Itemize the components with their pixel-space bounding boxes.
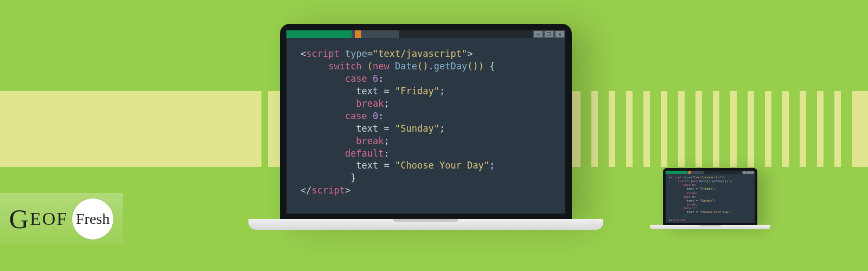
code-token: text <box>356 86 378 96</box>
code-token: case <box>345 73 367 84</box>
maximize-button[interactable]: ❐ <box>545 31 553 37</box>
maximize-button[interactable] <box>746 171 750 174</box>
code-token: > <box>467 48 473 59</box>
editor-small-screen: <script type="text/javascript"> switch (… <box>666 171 755 223</box>
laptop-small-base <box>650 225 770 229</box>
code-token: = <box>378 86 395 96</box>
code-indent <box>301 123 356 134</box>
code-indent <box>301 86 356 96</box>
code-token: = <box>378 123 395 134</box>
code-token: break <box>356 136 384 146</box>
code-token: </ <box>301 185 311 196</box>
code-token: switch <box>328 61 361 72</box>
close-button[interactable] <box>750 171 754 174</box>
code-token: ( <box>367 61 373 72</box>
code-indent <box>301 172 350 183</box>
status-segment-green <box>286 30 352 38</box>
code-token: break <box>356 98 384 109</box>
code-indent <box>301 73 345 84</box>
code-token: case <box>345 111 367 121</box>
code-token: default <box>345 148 384 159</box>
code-token: } <box>350 172 356 183</box>
minimize-button[interactable] <box>743 171 746 174</box>
code-token: ; <box>384 98 390 109</box>
code-token: : <box>378 111 384 121</box>
code-token: = <box>378 160 395 171</box>
code-token: = <box>367 48 373 59</box>
code-indent <box>301 148 345 159</box>
code-indent <box>301 160 356 171</box>
code-token: 0 <box>373 111 378 121</box>
code-indent <box>301 61 328 72</box>
brand-logo: GEOF Fresh <box>0 193 123 245</box>
background-stripes <box>580 91 868 167</box>
code-token: "Sunday" <box>395 123 439 134</box>
laptop-bezel: – ❐ x <script type="text/javascript"> sw… <box>280 24 572 220</box>
editor-small-titlebar <box>666 171 755 174</box>
titlebar-fill <box>704 171 742 174</box>
code-token: 6 <box>373 73 378 84</box>
laptop-large: – ❐ x <script type="text/javascript"> sw… <box>248 24 603 230</box>
status-segment-orange <box>355 30 361 38</box>
code-token: ; <box>439 123 445 134</box>
titlebar-fill <box>399 30 533 38</box>
code-token: < <box>301 48 306 59</box>
code-token: "Friday" <box>395 86 439 96</box>
code-indent <box>301 136 356 146</box>
logo-text-geof: GEOF <box>9 203 68 235</box>
code-token: "Choose Your Day" <box>395 160 489 171</box>
code-token: text <box>356 123 378 134</box>
code-token: > <box>345 185 350 196</box>
code-token: { <box>484 61 495 72</box>
code-token: script <box>306 48 339 59</box>
code-token: script <box>311 185 344 196</box>
code-editor-content: <script type="text/javascript"> switch (… <box>286 40 565 197</box>
laptop-base <box>248 219 603 230</box>
code-token: type <box>345 48 367 59</box>
code-token: Date <box>395 61 417 72</box>
code-token: . <box>429 61 434 72</box>
minimize-button[interactable]: – <box>534 31 542 37</box>
code-token: ; <box>489 160 495 171</box>
code-editor-small-content: <script type="text/javascript"> switch (… <box>666 174 755 222</box>
editor-screen: – ❐ x <script type="text/javascript"> sw… <box>286 30 565 214</box>
code-indent <box>301 98 356 109</box>
close-button[interactable]: x <box>556 31 564 37</box>
laptop-small: <script type="text/javascript"> switch (… <box>650 168 770 229</box>
laptop-small-bezel: <script type="text/javascript"> switch (… <box>663 168 757 225</box>
code-token: ; <box>384 136 390 146</box>
editor-titlebar: – ❐ x <box>286 30 565 38</box>
code-token: text <box>356 160 378 171</box>
code-token: : <box>378 73 384 84</box>
code-token: ()) <box>467 61 484 72</box>
code-token: new <box>373 61 390 72</box>
logo-badge-fresh: Fresh <box>72 198 113 240</box>
code-token: : <box>384 148 390 159</box>
code-token: getDay <box>434 61 467 72</box>
code-token: () <box>417 61 428 72</box>
status-segment-orange <box>688 171 691 174</box>
code-token: "text/javascript" <box>373 48 467 59</box>
code-indent <box>301 111 345 121</box>
status-segment-green <box>666 171 687 174</box>
code-token: ; <box>439 86 445 96</box>
